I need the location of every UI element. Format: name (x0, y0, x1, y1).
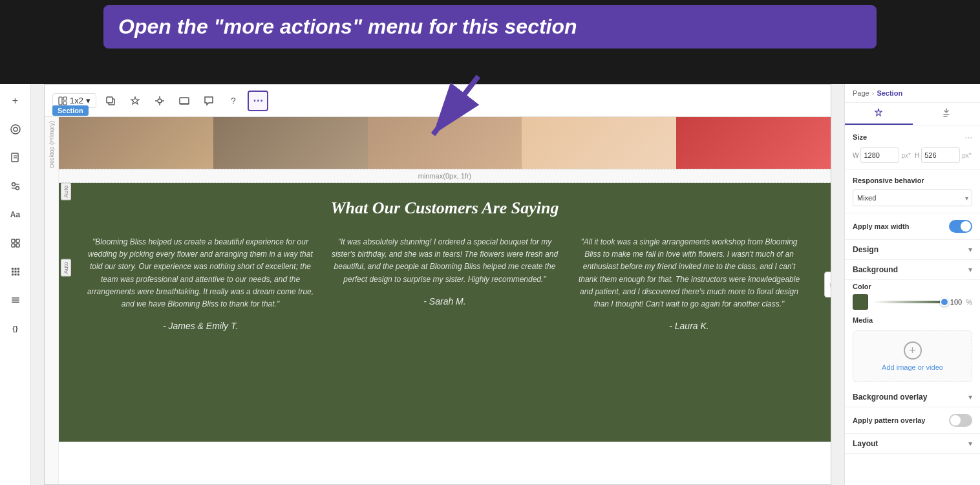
svg-rect-16 (14, 268, 16, 270)
height-unit: px* (962, 152, 971, 159)
svg-rect-24 (12, 297, 19, 299)
svg-rect-11 (12, 239, 15, 242)
svg-rect-27 (59, 97, 62, 105)
sidebar-item-code[interactable]: {} (6, 319, 25, 338)
sidebar-item-add[interactable]: + (6, 92, 25, 110)
design-section-header[interactable]: Design ▾ (845, 240, 980, 260)
svg-rect-12 (16, 239, 19, 242)
sidebar-item-cms[interactable] (6, 177, 25, 195)
svg-rect-22 (14, 274, 16, 275)
svg-rect-13 (12, 244, 15, 247)
annotation-arrow (414, 70, 491, 147)
tab-design[interactable] (845, 103, 913, 125)
svg-rect-23 (17, 274, 19, 275)
opacity-value: 100 (950, 298, 962, 306)
svg-rect-15 (12, 268, 14, 270)
flower-img-2 (213, 117, 368, 169)
svg-point-8 (16, 187, 19, 190)
svg-rect-14 (16, 244, 19, 247)
testimonials-title: What Our Customers Are Saying (85, 199, 805, 218)
responsive-select[interactable]: Mixed (853, 189, 972, 206)
svg-point-2 (11, 125, 20, 134)
breadcrumb: Page › Section (845, 84, 980, 103)
grid-label-text: minmax(0px, 1fr) (418, 172, 472, 180)
sidebar-item-apps[interactable] (6, 263, 25, 281)
comment-btn[interactable] (198, 91, 219, 111)
svg-rect-20 (17, 271, 19, 273)
breadcrumb-page[interactable]: Page (853, 89, 869, 97)
auto-label-1[interactable]: Auto (61, 183, 71, 200)
media-box[interactable]: + Add image or video (853, 330, 972, 382)
layout-section-header[interactable]: Layout ▾ (845, 434, 980, 454)
background-label: Background (853, 265, 898, 274)
grid-label-bar: minmax(0px, 1fr) (59, 169, 831, 183)
sidebar-item-pages[interactable] (6, 149, 25, 167)
pattern-overlay-section: Apply pattern overlay (845, 407, 980, 434)
testimonial-1: "Blooming Bliss helped us create a beaut… (85, 236, 316, 331)
canvas-expand-btn[interactable]: › (824, 272, 831, 297)
layout-label: Layout (853, 439, 878, 448)
annotation-banner: Open the "more actions" menu for this se… (103, 5, 877, 48)
testimonial-2: "It was absolutely stunning! I ordered a… (329, 236, 560, 331)
svg-rect-31 (107, 97, 112, 103)
design-label: Design (853, 245, 879, 254)
testimonial-3: "All it took was a single arrangements w… (573, 236, 805, 331)
size-section: Size ··· W px* H px* (845, 125, 980, 170)
section-badge: Section (52, 105, 89, 116)
svg-rect-28 (63, 97, 67, 100)
testimonial-2-text: "It was absolutely stunning! I ordered a… (329, 236, 560, 286)
copy-btn[interactable] (100, 91, 121, 111)
svg-rect-25 (12, 299, 19, 301)
bg-overlay-header[interactable]: Background overlay ▾ (845, 387, 980, 407)
pattern-overlay-label: Apply pattern overlay (853, 416, 925, 424)
max-width-toggle[interactable] (949, 220, 972, 233)
design-chevron-icon: ▾ (968, 245, 972, 254)
svg-point-7 (12, 183, 15, 186)
tab-interactions[interactable] (913, 103, 981, 125)
svg-rect-26 (12, 302, 19, 303)
sidebar-item-layers[interactable] (6, 120, 25, 138)
svg-rect-19 (14, 271, 16, 273)
testimonial-3-text: "All it took was a single arrangements w… (573, 236, 805, 310)
more-actions-btn[interactable]: ⋯ (248, 91, 268, 111)
bg-overlay-chevron-icon: ▾ (968, 393, 972, 402)
add-media-label: Add image or video (882, 363, 943, 371)
percent-sign: % (966, 298, 972, 306)
width-input[interactable] (860, 147, 899, 163)
width-unit: px* (901, 152, 910, 159)
flower-img-5 (676, 117, 831, 169)
responsive-label: Responsive behavior (853, 177, 924, 184)
arrange-btn[interactable] (149, 91, 170, 111)
testimonials-grid: "Blooming Bliss helped us create a beaut… (85, 236, 805, 331)
color-slider[interactable] (873, 301, 946, 303)
viewport-btn[interactable] (174, 91, 195, 111)
ai-btn[interactable] (125, 91, 145, 111)
sidebar-item-settings[interactable] (6, 291, 25, 309)
background-chevron-icon: ▾ (968, 265, 972, 274)
website-content: minmax(0px, 1fr) Auto What Our Customers… (59, 117, 831, 484)
sidebar-item-typography[interactable]: Aa (6, 206, 25, 224)
sidebar-item-assets[interactable] (6, 234, 25, 252)
svg-rect-21 (12, 274, 14, 275)
color-slider-thumb (940, 297, 949, 307)
svg-line-1 (433, 76, 478, 135)
background-section-header[interactable]: Background ▾ (845, 260, 980, 280)
desktop-label: Desktop (Primary) (48, 121, 55, 168)
max-width-section: Apply max width (845, 213, 980, 240)
width-label: W (853, 152, 858, 159)
breadcrumb-separator: › (872, 89, 875, 97)
testimonial-1-text: "Blooming Bliss helped us create a beaut… (85, 236, 316, 310)
pattern-overlay-toggle[interactable] (949, 414, 972, 427)
size-label: Size (853, 133, 867, 141)
svg-point-32 (158, 99, 162, 103)
size-more-btn[interactable]: ··· (964, 132, 972, 142)
flower-img-1 (59, 117, 213, 169)
help-btn[interactable]: ? (223, 91, 244, 111)
auto-label-2[interactable]: Auto (61, 259, 71, 277)
testimonial-2-author: - Sarah M. (329, 296, 560, 307)
left-sidebar: + Aa {} (0, 84, 31, 485)
height-input[interactable] (921, 147, 960, 163)
color-label: Color (853, 283, 972, 290)
media-label: Media (853, 316, 972, 324)
color-swatch[interactable] (853, 294, 868, 310)
